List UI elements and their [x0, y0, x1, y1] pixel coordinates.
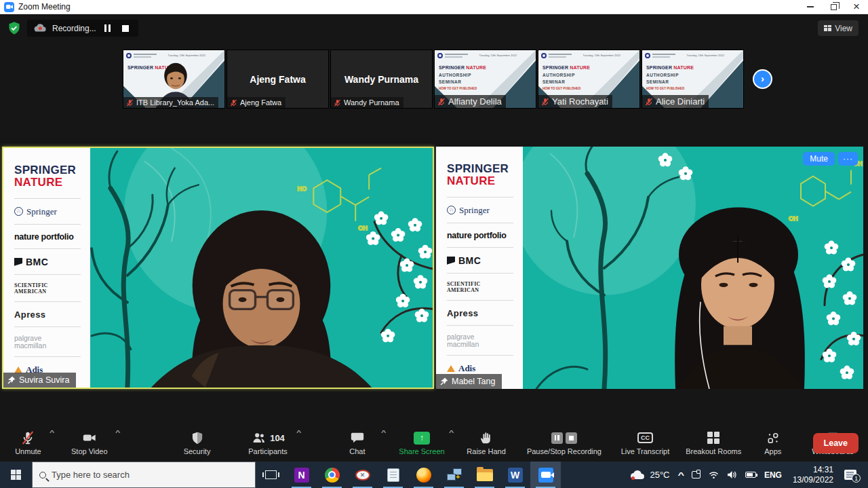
video-tile-yati-rochayati[interactable]: Tuesday, 13th September 2022 SPRINGER NA… [538, 50, 640, 109]
chevron-up-icon[interactable]: ^ [449, 429, 454, 436]
participants-icon [251, 430, 267, 445]
main-video-suvira[interactable]: SPRINGERNATURE ♘Springer nature portfoli… [2, 147, 434, 389]
recording-indicator: Recording... [27, 20, 138, 37]
chevron-up-icon[interactable]: ^ [115, 429, 120, 436]
pin-icon [7, 376, 16, 384]
taskbar-search[interactable] [32, 462, 256, 488]
participant-name-label: ITB Library_Yoka Ada... [123, 97, 218, 108]
encryption-shield-icon[interactable] [7, 21, 21, 35]
pause-stop-recording-button[interactable]: Pause/Stop Recording [517, 424, 611, 462]
restore-button[interactable] [822, 0, 845, 14]
snipping-tool-icon: ✕ [355, 470, 370, 481]
notification-center-button[interactable]: 1 [840, 462, 865, 488]
apps-icon [766, 430, 780, 445]
live-transcript-button[interactable]: CC Live Transcript [612, 424, 679, 462]
system-tray: 25°C ^ ENG 14:31 13/09/2022 1 [625, 462, 868, 488]
recording-label: Recording... [52, 24, 96, 33]
apps-button[interactable]: Apps [748, 424, 797, 462]
start-button[interactable] [0, 462, 32, 488]
leave-button[interactable]: Leave [813, 433, 859, 453]
logo-nature-portfolio: nature portfolio [14, 224, 81, 248]
notepad-taskbar-button[interactable] [378, 462, 408, 488]
language-indicator[interactable]: ENG [760, 462, 786, 488]
tablet-icon [692, 471, 701, 478]
pause-recording-button[interactable] [102, 22, 114, 35]
tray-network-button[interactable] [705, 462, 723, 488]
chrome-taskbar-button[interactable] [317, 462, 347, 488]
chevron-up-icon[interactable]: ^ [381, 429, 386, 436]
recording-cloud-icon [34, 22, 47, 35]
chevron-up-icon[interactable]: ^ [50, 429, 54, 436]
springer-nature-logo: SPRINGERNATURE [447, 163, 513, 187]
view-button[interactable]: View [818, 20, 859, 36]
close-button[interactable]: × [845, 0, 868, 14]
stop-icon [122, 25, 129, 32]
mic-off-icon [230, 99, 237, 107]
search-input[interactable] [52, 470, 248, 480]
video-tile-ajeng-fatwa[interactable]: Ajeng Fatwa Ajeng Fatwa [226, 50, 329, 109]
video-tile-alfianty-delila[interactable]: Tuesday, 13th September 2022 SPRINGER NA… [434, 50, 536, 109]
clock-date: 13/09/2022 [793, 475, 833, 485]
snipping-tool-taskbar-button[interactable]: ✕ [347, 462, 378, 488]
logo-palgrave: palgravemacmillan [14, 326, 81, 356]
search-icon [39, 472, 46, 478]
share-screen-button[interactable]: ^ ↑ Share Screen [388, 424, 456, 462]
chat-button[interactable]: ^ Chat [327, 424, 388, 462]
taskbar-clock[interactable]: 14:31 13/09/2022 [786, 465, 840, 485]
video-tile-wandy-purnama[interactable]: Wandy Purnama Wandy Purnama [330, 50, 433, 109]
stop-recording-button[interactable] [119, 22, 132, 35]
notepad-icon [387, 468, 399, 482]
participant-name-label: Ajeng Fatwa [227, 97, 285, 108]
pause-recording-icon [551, 432, 563, 444]
file-explorer-taskbar-button[interactable] [469, 462, 500, 488]
unmute-button[interactable]: ^ Unmute [0, 424, 56, 462]
file-explorer-icon [477, 469, 493, 481]
logo-palgrave: palgravemacmillan [447, 325, 513, 355]
task-view-button[interactable] [256, 462, 286, 488]
battery-icon [745, 472, 756, 478]
main-video-mabel[interactable]: Mute ··· SPRINGERNATURE ♘Springer nature… [436, 147, 863, 389]
logo-bmc: BMC [14, 248, 81, 274]
raise-hand-button[interactable]: Raise Hand [456, 424, 517, 462]
tray-overflow-button[interactable]: ^ [675, 462, 687, 488]
svg-text:OH: OH [358, 225, 367, 231]
tray-volume-button[interactable] [723, 462, 741, 488]
window-title: Zoom Meeting [18, 2, 71, 12]
svg-text:HO: HO [297, 185, 307, 192]
tray-battery-button[interactable] [741, 462, 760, 488]
remote-desktop-taskbar-button[interactable]: + [439, 462, 469, 488]
logo-scientific-american: SCIENTIFICAMERICAN [447, 273, 513, 300]
stop-video-button[interactable]: ^ Stop Video [56, 424, 123, 462]
logo-apress: Apress [447, 300, 513, 325]
participant-name-label: Wandy Purnama [331, 97, 403, 108]
security-button[interactable]: Security [162, 424, 233, 462]
mute-participant-button[interactable]: Mute [803, 152, 835, 166]
view-label: View [835, 24, 852, 33]
minimize-button[interactable] [799, 0, 822, 14]
breakout-rooms-button[interactable]: Breakout Rooms [679, 424, 748, 462]
word-taskbar-button[interactable]: W [500, 462, 530, 488]
mic-muted-icon [20, 430, 35, 445]
onenote-taskbar-button[interactable]: N [286, 462, 317, 488]
video-camera-icon [81, 430, 98, 445]
tray-device-button[interactable] [688, 462, 705, 488]
more-options-button[interactable]: ··· [838, 152, 858, 166]
bmc-square-icon [447, 257, 455, 265]
springer-nature-sidebar: SPRINGERNATURE ♘Springer nature portfoli… [436, 147, 523, 389]
notification-badge: 1 [852, 474, 861, 483]
weather-widget[interactable]: 25°C [625, 462, 675, 488]
participant-name-label: Alice Diniarti [642, 95, 709, 108]
svg-text:OH: OH [789, 215, 797, 222]
zoom-taskbar-button[interactable] [530, 462, 561, 488]
participant-name-tag: Mabel Tang [436, 374, 502, 389]
chevron-up-icon[interactable]: ^ [296, 429, 301, 436]
video-tile-itb-library[interactable]: Tuesday, 13th September 2022 SPRINGER NA… [123, 50, 225, 109]
zoom-icon [538, 468, 553, 483]
video-tile-alice-diniarti[interactable]: Tuesday, 13th September 2022 SPRINGER NA… [642, 50, 744, 109]
share-screen-icon: ↑ [414, 432, 430, 445]
firefox-taskbar-button[interactable] [408, 462, 439, 488]
participants-button[interactable]: ^ 104 Participants [232, 424, 303, 462]
next-page-button[interactable]: › [753, 69, 772, 89]
mic-off-icon [541, 98, 549, 106]
notification-icon: 1 [844, 470, 856, 480]
